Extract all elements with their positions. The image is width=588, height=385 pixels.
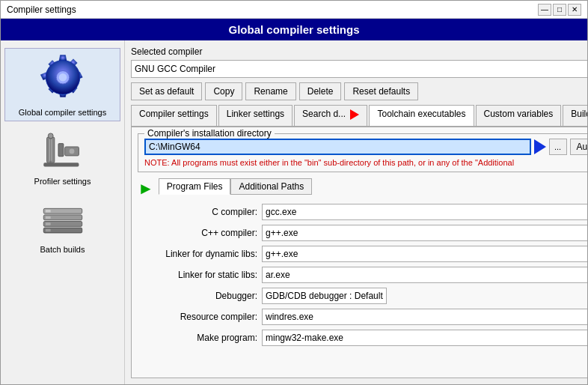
sidebar: Global compiler settings Profiler settin… [1,40,125,384]
svg-rect-23 [45,210,50,212]
minimize-button[interactable]: — [538,4,551,16]
tab-compiler-settings[interactable]: Compiler settings [131,105,217,126]
dialog-header: Global compiler settings [1,19,587,40]
reset-defaults-button[interactable]: Reset defaults [344,82,418,100]
green-arrow-icon: ► [138,179,154,198]
sidebar-item-batch[interactable]: Batch builds [4,197,120,258]
tab-custom-vars[interactable]: Custom variables [476,105,562,126]
close-button[interactable]: ✕ [568,4,581,16]
debugger-select-wrapper: GDB/CDB debugger : Default ▼ [262,288,587,304]
field-row-c-compiler: C compiler: ... [138,204,587,220]
sidebar-item-global-label: Global compiler settings [19,108,106,117]
installation-dir-legend: Compiler's installation directory [144,128,275,139]
maximize-button[interactable]: □ [553,4,566,16]
tab-build-o[interactable]: Build o... [563,105,587,126]
sidebar-item-profiler-label: Profiler settings [34,177,91,186]
debugger-label: Debugger: [138,291,257,301]
copy-button[interactable]: Copy [205,82,242,100]
dir-row: ... Auto-detect [144,139,587,155]
debugger-select[interactable]: GDB/CDB debugger : Default [262,288,387,304]
resource-compiler-input[interactable] [262,309,587,325]
field-row-linker-static: Linker for static libs: ... [138,267,587,283]
svg-rect-13 [58,144,64,157]
tab-additional-paths[interactable]: Additional Paths [230,178,312,195]
title-bar-controls: — □ ✕ [538,4,581,16]
profiler-icon [40,133,85,174]
blue-arrow-icon [534,139,546,154]
linker-dynamic-input[interactable] [262,246,587,262]
compiler-settings-window: Compiler settings — □ ✕ Global compiler … [0,0,588,385]
sidebar-item-global-compiler[interactable]: Global compiler settings [4,48,120,121]
panel-box: Compiler's installation directory ... Au… [131,127,587,378]
compiler-buttons-row: Set as default Copy Rename Delete Reset … [131,82,587,100]
tab-linker-settings[interactable]: Linker settings [218,105,293,126]
linker-dynamic-label: Linker for dynamic libs: [138,249,257,259]
make-program-label: Make program: [138,333,257,343]
svg-rect-26 [45,229,50,231]
compiler-select-wrapper: GNU GCC Compiler ▼ [131,60,587,82]
linker-static-label: Linker for static libs: [138,270,257,280]
red-arrow-indicator [350,109,359,120]
field-row-make-program: Make program: ... [138,330,587,346]
field-row-cpp-compiler: C++ compiler: ... [138,225,587,241]
svg-rect-16 [43,163,79,166]
content-area: Global compiler settings Profiler settin… [1,40,587,384]
dir-browse-button[interactable]: ... [549,139,567,155]
set-as-default-button[interactable]: Set as default [131,82,202,100]
auto-detect-button[interactable]: Auto-detect [570,139,587,155]
program-files-tabs: Program Files Additional Paths [159,178,312,195]
rename-button[interactable]: Rename [245,82,295,100]
field-row-debugger: Debugger: GDB/CDB debugger : Default ▼ [138,288,587,304]
installation-dir-group: Compiler's installation directory ... Au… [138,133,587,172]
sidebar-item-profiler[interactable]: Profiler settings [4,129,120,190]
svg-point-14 [48,133,53,139]
tab-program-files[interactable]: Program Files [159,178,231,195]
field-row-resource-compiler: Resource compiler: ... [138,309,587,325]
make-program-input[interactable] [262,330,587,346]
window-title: Compiler settings [7,4,76,15]
c-compiler-label: C compiler: [138,207,257,217]
tab-toolchain[interactable]: Toolchain executables [369,105,474,127]
svg-point-18 [69,149,74,154]
installation-dir-note: NOTE: All programs must exist either in … [144,158,587,167]
dir-input[interactable] [144,139,531,155]
sidebar-item-batch-label: Batch builds [40,245,85,254]
c-compiler-input[interactable] [262,204,587,220]
main-panel: Selected compiler GNU GCC Compiler ▼ Set… [125,40,587,384]
title-bar: Compiler settings — □ ✕ [1,1,587,19]
batch-icon [40,201,85,242]
delete-button[interactable]: Delete [299,82,342,100]
compiler-select[interactable]: GNU GCC Compiler [131,60,587,78]
resource-compiler-label: Resource compiler: [138,312,257,322]
tabs-row: Compiler settings Linker settings Search… [131,105,587,127]
linker-static-input[interactable] [262,267,587,283]
svg-rect-25 [45,222,50,225]
field-row-linker-dynamic: Linker for dynamic libs: ... [138,246,587,262]
gear-icon [37,52,89,105]
fields-area: C compiler: ... C++ compiler: ... Linker… [138,204,587,346]
svg-point-10 [58,73,67,82]
program-files-area: ► Program Files Additional Paths [138,178,587,199]
tab-search-dirs[interactable]: Search d... [294,105,367,126]
svg-rect-24 [45,216,50,219]
cpp-compiler-input[interactable] [262,225,587,241]
cpp-compiler-label: C++ compiler: [138,228,257,238]
dialog-title: Global compiler settings [228,23,359,36]
selected-compiler-label: Selected compiler [131,46,587,57]
